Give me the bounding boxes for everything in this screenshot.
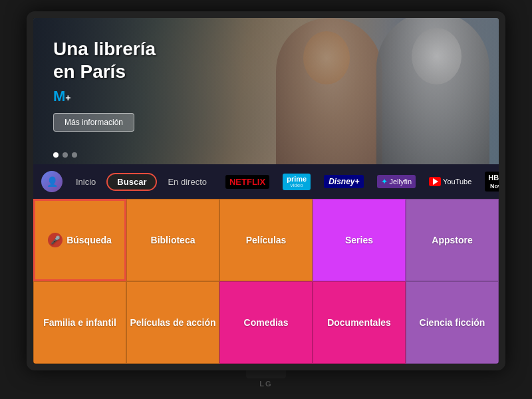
tv-brand-label: LG — [259, 380, 272, 388]
prime-video-app[interactable]: prime video — [277, 171, 316, 193]
youtube-app[interactable]: YouTube — [424, 174, 477, 189]
grid-cell-accion[interactable]: Películas de acción — [126, 281, 219, 364]
tv-outer: Una libreríaen París M+ Más información … — [27, 11, 505, 388]
hero-service-logo: M+ — [53, 88, 156, 105]
tv-stand — [246, 370, 286, 378]
grid-cell-comedias[interactable]: Comedias — [219, 281, 313, 364]
hero-banner: Una libreríaen París M+ Más información — [33, 18, 499, 164]
tv-frame: Una libreríaen París M+ Más información … — [27, 11, 505, 370]
jellyfin-app[interactable]: ✦ Jellyfin — [372, 172, 421, 191]
hbo-app[interactable]: HBONow — [479, 169, 499, 195]
tv-screen: Una libreríaen París M+ Más información … — [33, 18, 499, 364]
hero-content: Una libreríaen París M+ Más información — [53, 38, 156, 132]
nav-item-endirecto[interactable]: En directo — [160, 173, 215, 191]
user-avatar[interactable]: 👤 — [41, 171, 63, 192]
nav-item-inicio[interactable]: Inicio — [68, 173, 104, 191]
hero-dots — [53, 152, 77, 158]
hero-title: Una libreríaen París — [53, 38, 156, 82]
disney-badge: Disney+ — [324, 175, 364, 188]
grid-cell-peliculas[interactable]: Películas — [219, 199, 313, 281]
hero-dot-3 — [72, 152, 77, 158]
app-grid: 🎤 Búsqueda Biblioteca Películas Series A… — [33, 199, 499, 364]
prime-badge: prime video — [283, 174, 311, 190]
grid-cell-familia[interactable]: Familia e infantil — [33, 281, 126, 364]
grid-cell-series[interactable]: Series — [313, 199, 406, 281]
hero-dot-2 — [63, 152, 68, 158]
grid-cell-documentales[interactable]: Documentales — [313, 281, 406, 364]
netflix-app[interactable]: NETFLIX — [220, 172, 275, 192]
youtube-badge: YouTube — [429, 177, 471, 186]
grid-cell-appstore[interactable]: Appstore — [406, 199, 499, 281]
grid-cell-ciencia[interactable]: Ciencia ficción — [406, 281, 499, 364]
grid-cell-biblioteca[interactable]: Biblioteca — [126, 199, 219, 281]
netflix-badge: NETFLIX — [225, 175, 269, 189]
jellyfin-badge: ✦ Jellyfin — [377, 175, 416, 188]
more-info-button[interactable]: Más información — [53, 113, 134, 132]
grid-cell-busqueda[interactable]: 🎤 Búsqueda — [33, 199, 126, 281]
hbo-badge: HBONow — [485, 172, 499, 192]
hero-dot-1 — [53, 152, 59, 158]
nav-item-buscar[interactable]: Buscar — [106, 173, 157, 191]
nav-bar: 👤 Inicio Buscar En directo NETFLIX prime… — [33, 164, 499, 199]
mic-icon: 🎤 — [48, 233, 63, 247]
disney-app[interactable]: Disney+ — [319, 172, 369, 191]
